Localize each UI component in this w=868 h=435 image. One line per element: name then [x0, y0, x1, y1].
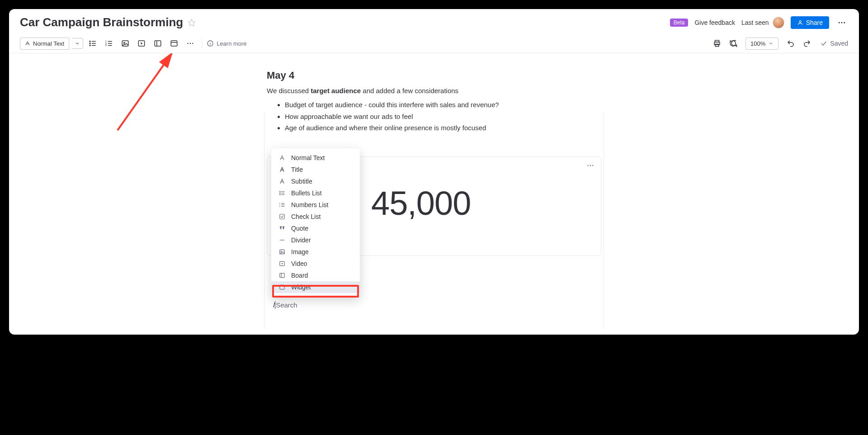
menu-subtitle[interactable]: Subtitle	[271, 175, 360, 187]
video-icon	[278, 260, 286, 267]
svg-point-26	[190, 43, 191, 44]
svg-text:3: 3	[279, 205, 281, 208]
last-seen-label: Last seen	[741, 19, 769, 26]
comment-icon[interactable]	[726, 37, 740, 50]
svg-marker-54	[282, 263, 283, 265]
toolbar-more-icon[interactable]	[184, 37, 197, 50]
svg-marker-0	[189, 19, 195, 26]
menu-normal-text[interactable]: Normal Text	[271, 152, 360, 164]
chevron-down-icon[interactable]	[72, 38, 83, 49]
svg-point-3	[841, 22, 843, 23]
separator	[202, 38, 202, 48]
text-style-select[interactable]: Normal Text	[20, 38, 69, 50]
svg-point-35	[590, 165, 591, 165]
bullets-icon	[278, 189, 286, 197]
svg-rect-55	[280, 273, 285, 277]
annotation-arrow	[104, 53, 185, 139]
svg-point-34	[588, 165, 589, 165]
saved-status: Saved	[820, 40, 848, 47]
intro-text: We discussed target audience and added a…	[267, 87, 601, 95]
svg-point-52	[281, 251, 282, 252]
widget-icon[interactable]	[167, 37, 181, 50]
menu-quote[interactable]: Quote	[271, 222, 360, 234]
image-icon[interactable]	[118, 37, 132, 50]
star-icon[interactable]	[188, 19, 196, 27]
menu-divider[interactable]: Divider	[271, 234, 360, 246]
video-icon[interactable]	[135, 37, 148, 50]
svg-rect-49	[280, 214, 285, 219]
svg-text:3: 3	[105, 44, 107, 47]
toolbar: Normal Text 123	[9, 34, 859, 53]
undo-icon[interactable]	[784, 37, 797, 50]
block-type-menu: Normal Text Title Subtitle Bullets List …	[271, 148, 360, 297]
svg-point-36	[592, 165, 593, 165]
subtitle-icon	[278, 178, 286, 185]
menu-image[interactable]: Image	[271, 246, 360, 258]
date-heading: May 4	[267, 70, 601, 81]
menu-bullets-list[interactable]: Bullets List	[271, 187, 360, 199]
page-title: Car Campaign Brainstorming	[20, 15, 183, 29]
slash-search[interactable]: /Search	[273, 301, 297, 309]
last-seen[interactable]: Last seen	[741, 17, 784, 28]
print-icon[interactable]	[710, 37, 724, 50]
svg-rect-23	[171, 41, 177, 46]
share-button[interactable]: Share	[791, 16, 829, 29]
svg-point-2	[839, 22, 840, 23]
svg-point-4	[844, 22, 845, 23]
quote-icon	[278, 225, 286, 232]
menu-video[interactable]: Video	[271, 258, 360, 270]
svg-point-37	[280, 191, 281, 192]
learn-more-link[interactable]: Learn more	[207, 40, 246, 47]
svg-point-18	[124, 42, 125, 43]
check-icon	[278, 213, 286, 220]
widget-more-icon[interactable]	[586, 161, 594, 170]
divider-icon	[278, 236, 286, 244]
menu-numbers-list[interactable]: 123Numbers List	[271, 199, 360, 211]
board-icon[interactable]	[151, 37, 165, 50]
page-border	[264, 112, 264, 329]
svg-line-59	[118, 53, 172, 130]
svg-point-5	[90, 41, 90, 42]
list-item: Age of audience and where their online p…	[285, 122, 601, 134]
bullets-icon[interactable]	[86, 37, 99, 50]
svg-rect-57	[280, 285, 285, 289]
give-feedback-link[interactable]: Give feedback	[694, 19, 735, 26]
image-icon	[278, 248, 286, 255]
title-icon	[278, 166, 286, 173]
numbers-icon[interactable]: 123	[102, 37, 116, 50]
widget-icon	[278, 284, 286, 291]
zoom-select[interactable]: 100%	[745, 38, 778, 50]
svg-point-7	[90, 43, 90, 44]
list-item: How approachable we want our ads to feel	[285, 111, 601, 123]
beta-badge: Beta	[670, 19, 689, 27]
more-icon[interactable]	[835, 16, 848, 29]
svg-point-9	[90, 45, 90, 46]
svg-marker-20	[141, 43, 143, 45]
avatar	[773, 17, 784, 28]
text-icon	[278, 154, 286, 161]
svg-point-30	[210, 42, 211, 43]
share-label: Share	[806, 19, 823, 26]
svg-rect-21	[155, 41, 161, 46]
svg-point-1	[799, 20, 801, 22]
menu-title[interactable]: Title	[271, 164, 360, 175]
svg-point-27	[192, 43, 193, 44]
board-icon	[278, 272, 286, 279]
redo-icon[interactable]	[800, 37, 814, 50]
bullet-list: Budget of target audience - could this i…	[267, 99, 601, 134]
widget-value: 45,000	[371, 184, 471, 222]
list-item: Budget of target audience - could this i…	[285, 99, 601, 111]
menu-check-list[interactable]: Check List	[271, 211, 360, 222]
page-border	[604, 112, 604, 329]
doc-header: Car Campaign Brainstorming Beta Give fee…	[9, 9, 859, 34]
svg-point-41	[280, 194, 281, 195]
numbers-icon: 123	[278, 201, 286, 208]
svg-point-39	[280, 193, 281, 194]
menu-board[interactable]: Board	[271, 270, 360, 281]
menu-widget[interactable]: Widget	[271, 281, 360, 293]
search-placeholder: Search	[275, 301, 297, 309]
svg-point-25	[188, 43, 189, 44]
